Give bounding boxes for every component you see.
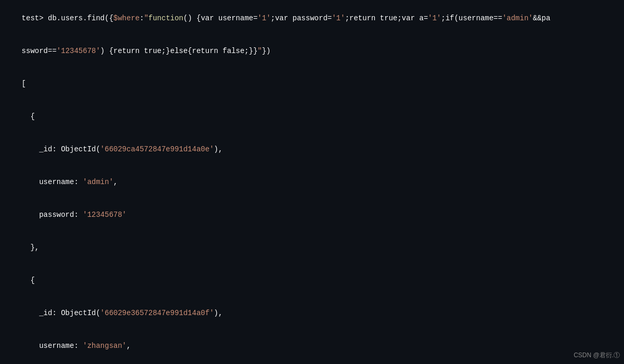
- record-1-open: {: [4, 100, 620, 133]
- cmd-val3: '1': [428, 14, 441, 22]
- record-1-password: password: '12345678': [4, 199, 620, 231]
- record-1-close: },: [4, 231, 620, 264]
- cmd-where: $where: [113, 14, 139, 22]
- cmd-colon: :: [139, 14, 144, 22]
- r1-open-brace: {: [22, 112, 35, 121]
- r2-un-val: 'zhangsan': [83, 342, 126, 350]
- cmd-db: db.users.find({: [48, 14, 113, 22]
- r2-id-close: ),: [214, 309, 223, 317]
- cmd-semi3: ;if(username==: [441, 14, 502, 22]
- prompt-prefix: test>: [22, 14, 48, 22]
- cmd-val2: '1': [332, 14, 345, 22]
- r2-open-brace: {: [22, 276, 35, 284]
- cmd-var1: var username=: [201, 14, 257, 22]
- cmd-val1: '1': [257, 14, 270, 22]
- r1-un-val: 'admin': [83, 178, 113, 186]
- cmd-close: }): [262, 47, 271, 55]
- cmd-semi2: ;return true;var a=: [345, 14, 428, 22]
- r1-id-val: '66029ca4572847e991d14a0e': [100, 145, 214, 153]
- record-1-id: _id: ObjectId('66029ca4572847e991d14a0e'…: [4, 133, 620, 166]
- terminal: test> db.users.find({$where:"function() …: [0, 0, 624, 364]
- r1-id-close: ),: [214, 145, 223, 153]
- cmd-cont: ssword==: [22, 47, 57, 55]
- record-1-username: username: 'admin',: [4, 166, 620, 199]
- record-2-username: username: 'zhangsan',: [4, 330, 620, 362]
- r2-id-val: '66029e36572847e991d14a0f': [100, 309, 214, 317]
- cmd-and: &&pa: [533, 14, 551, 22]
- record-2-id: _id: ObjectId('66029e36572847e991d14a0f'…: [4, 297, 620, 330]
- watermark: CSDN @君衍.①: [574, 351, 620, 360]
- cmd-func-body-start: () {: [184, 14, 201, 22]
- r2-un-key: username:: [22, 342, 83, 350]
- cmd-val4: 'admin': [502, 14, 533, 22]
- watermark-text: CSDN @君衍.①: [574, 352, 620, 359]
- open-bracket: [: [22, 80, 26, 88]
- r1-un-comma: ,: [113, 178, 118, 186]
- cmd-semi1: ;var password=: [271, 14, 332, 22]
- command-line-1: test> db.users.find({$where:"function() …: [4, 2, 620, 35]
- open-bracket-line: [: [4, 68, 620, 100]
- r1-un-key: username:: [22, 178, 83, 186]
- record-2-open: {: [4, 264, 620, 297]
- cmd-val5: '12345678': [57, 47, 100, 55]
- command-line-2: ssword=='12345678') {return true;}else{r…: [4, 35, 620, 68]
- r2-un-comma: ,: [126, 342, 131, 350]
- r1-pw-val: '12345678': [83, 211, 126, 219]
- cmd-quote2: ": [257, 47, 262, 55]
- cmd-brace1: ) {return true;}else{return false;}}: [100, 47, 257, 55]
- r1-id-key: _id: ObjectId(: [22, 145, 100, 153]
- r1-close-brace: },: [22, 243, 40, 252]
- r2-id-key: _id: ObjectId(: [22, 309, 100, 317]
- r1-pw-key: password:: [22, 211, 83, 219]
- cmd-function-kw: function: [148, 14, 183, 22]
